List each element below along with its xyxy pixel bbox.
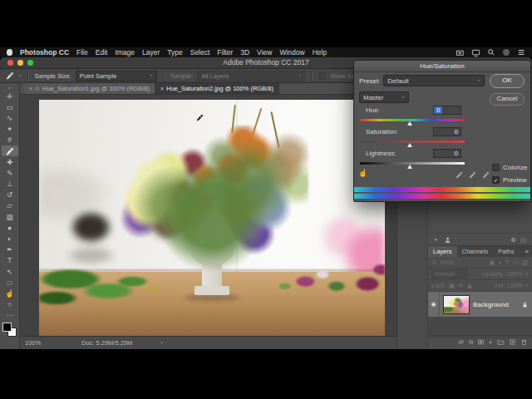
menu-window[interactable]: Window [279,48,304,57]
close-tab-icon[interactable]: × [29,86,32,91]
zoom-level-field[interactable]: 100% [25,339,47,347]
tab-channels[interactable]: Channels [457,246,494,257]
hand-tool[interactable]: ☝ [2,288,18,298]
notification-center-icon[interactable] [517,48,525,57]
person-icon[interactable] [444,236,451,244]
spotlight-search-icon[interactable] [487,48,495,57]
menu-image[interactable]: Image [115,48,135,57]
blur-tool[interactable]: ● [2,222,18,233]
link-layers-icon[interactable] [457,338,465,346]
menu-3d[interactable]: 3D [240,48,249,57]
photo-vase-foot [195,286,229,294]
status-chevron-icon[interactable]: › [160,339,163,347]
dialog-title[interactable]: Hue/Saturation [354,61,530,72]
document-area: × ⊙ Hue_Saturation1.jpg @ 100% (RGB/8) ×… [20,83,397,349]
shape-tool[interactable]: □ [2,277,18,288]
history-brush-tool[interactable]: ↺ [2,190,18,200]
healing-brush-tool[interactable]: ✚ [2,156,18,167]
eyedropper-subtract-icon[interactable] [482,171,490,179]
more-tools-button[interactable]: ⋯ [2,310,18,321]
close-tab-icon[interactable]: × [160,86,164,91]
menu-filter[interactable]: Filter [217,48,233,57]
lock-row: Lock: ▣ ✛ Fill: 100% ˅ [428,280,532,292]
preview-checkbox[interactable]: ✓ [492,176,500,184]
lightness-slider-track[interactable] [360,162,465,165]
libraries-panel-actions: + ⊛ ▥ [428,233,532,245]
layer-filter-kind[interactable]: Kind [441,259,453,266]
zoom-window-button[interactable] [27,60,33,66]
saturation-value-field[interactable]: 0 [433,127,461,136]
toolbar-collapse-icon[interactable]: » [8,84,11,91]
layer-thumbnail[interactable] [443,295,470,314]
tab-paths[interactable]: Paths [493,246,519,257]
siri-icon[interactable] [502,48,510,57]
colorize-checkbox[interactable] [492,164,500,171]
sample-size-select[interactable]: Point Sample ˅ [76,71,157,81]
brush-tool[interactable]: ✎ [2,167,18,178]
apple-icon[interactable] [7,49,12,56]
menu-type[interactable]: Type [167,48,182,57]
menu-view[interactable]: View [257,48,272,57]
document-tab-1[interactable]: × ⊙ Hue_Saturation1.jpg @ 100% (RGB/8) [24,83,155,94]
menu-help[interactable]: Help [313,48,327,57]
screen-mirror-icon[interactable] [456,48,465,57]
channel-select[interactable]: Master ˅ [359,91,409,103]
chevron-down-icon: ˅ [401,95,405,100]
path-select-tool[interactable]: ↖ [2,266,18,277]
zoom-tool[interactable]: ○ [2,299,18,310]
marquee-tool[interactable]: ▭ [2,101,18,112]
layer-visibility-toggle[interactable]: ◉ [428,292,440,317]
menu-file[interactable]: File [76,48,88,57]
preview-control: ✓ Preview [492,176,526,184]
hue-value-field[interactable]: 0 [433,106,461,115]
sync-status-icon[interactable]: ⊛ [511,236,516,244]
close-window-button[interactable] [7,60,13,66]
pen-tool[interactable]: ✒ [2,244,18,255]
menu-photoshop[interactable]: Photoshop CC [20,48,69,57]
ok-button[interactable]: OK [490,74,525,88]
saturation-slider-track[interactable] [360,140,465,143]
photo-document[interactable] [39,100,385,336]
layer-name[interactable]: Background [473,301,509,308]
saturation-slider-thumb[interactable] [407,143,412,147]
new-layer-icon[interactable] [509,338,516,346]
menu-select[interactable]: Select [190,48,210,57]
delete-layer-icon[interactable] [520,338,528,346]
preset-select[interactable]: Default ˅ [383,75,485,86]
document-tab-2[interactable]: × Hue_Saturation2.jpg @ 100% (RGB/8) [155,83,279,94]
on-image-adjustment-tool[interactable]: ☝ [358,169,367,177]
hue-spectrum-bar-top [354,187,530,192]
hue-slider-track[interactable] [360,119,465,121]
minimize-window-button[interactable] [17,60,23,66]
crop-tool[interactable]: # [2,135,18,145]
gradient-tool[interactable]: ▨ [2,211,18,222]
eyedropper-tool[interactable] [2,145,18,156]
new-adjustment-layer-icon[interactable]: ◐ [489,338,493,346]
add-library-button[interactable]: + [434,236,437,244]
eraser-tool[interactable]: ▱ [2,200,18,211]
new-group-icon[interactable] [497,338,505,346]
move-tool[interactable]: ✛ [2,91,18,101]
hue-spectrum-bar-bottom[interactable] [354,194,530,199]
type-tool[interactable]: T [2,255,18,266]
eyedropper-add-icon[interactable] [469,171,476,179]
tab-layers[interactable]: Layers [428,246,457,257]
clone-stamp-tool[interactable]: ⊥ [2,179,18,190]
foreground-color-swatch[interactable] [2,323,12,332]
hue-slider-thumb[interactable] [407,121,412,126]
dodge-tool[interactable]: ◐ [2,233,18,244]
lightness-value-field[interactable]: 0 [433,149,461,158]
menu-edit[interactable]: Edit [96,48,108,57]
tool-preset-chevron-icon[interactable]: ˅ [18,73,22,78]
layer-effects-icon[interactable]: fx [469,339,473,345]
lasso-tool[interactable]: ∿ [2,112,18,123]
layer-row-background[interactable]: ◉ Background [428,292,532,317]
panel-menu-icon[interactable]: ≡ [525,246,532,257]
quick-selection-tool[interactable]: ✦ [2,124,18,135]
menu-layer[interactable]: Layer [142,48,160,57]
canvas-pasteboard[interactable] [20,95,397,336]
eyedropper-sample-icon[interactable] [456,171,463,179]
lightness-slider-thumb[interactable] [407,165,412,169]
display-icon[interactable] [471,48,480,57]
add-layer-mask-icon[interactable] [477,338,485,346]
